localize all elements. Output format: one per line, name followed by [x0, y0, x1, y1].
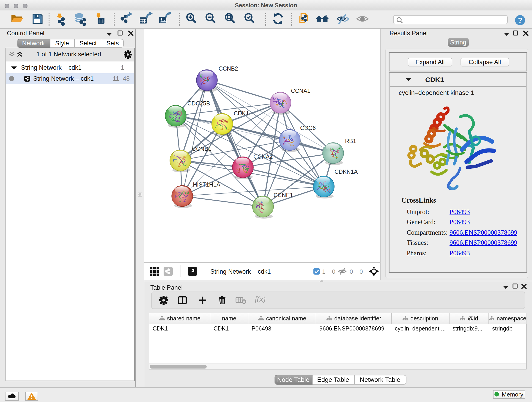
svg-text:CCNA1: CCNA1	[291, 87, 310, 94]
svg-text:RB1: RB1	[345, 138, 356, 144]
svg-text:CCNE1: CCNE1	[273, 191, 293, 198]
svg-text:CDC6: CDC6	[300, 124, 316, 131]
svg-text:?: ?	[518, 16, 522, 24]
svg-text:HIST1H1A: HIST1H1A	[193, 181, 220, 187]
svg-text:CCNA2: CCNA2	[253, 153, 273, 160]
svg-text:CDKN1A: CDKN1A	[335, 168, 358, 175]
svg-text:CCNB2: CCNB2	[219, 65, 238, 71]
svg-text:CDC25B: CDC25B	[187, 100, 210, 106]
svg-text:CDK1: CDK1	[234, 110, 249, 116]
svg-text:CCNB1: CCNB1	[192, 145, 211, 152]
